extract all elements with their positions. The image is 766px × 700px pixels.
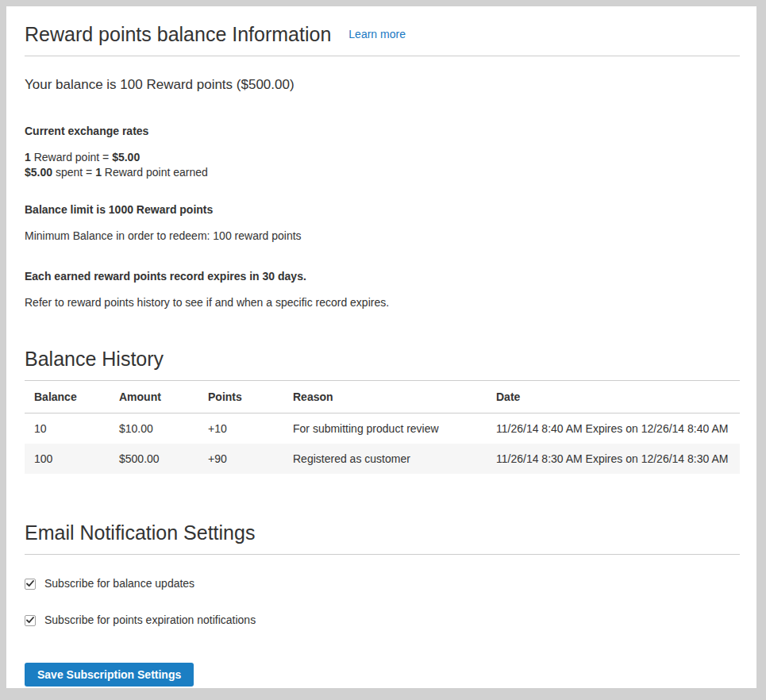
subscription-option-row: Subscribe for points expiration notifica… <box>25 613 740 628</box>
header-divider <box>25 56 740 56</box>
table-cell: Registered as customer <box>283 444 487 474</box>
exchange-rates-heading: Current exchange rates <box>25 124 740 139</box>
table-cell: +10 <box>198 413 283 444</box>
table-header: BalanceAmountPointsReasonDate <box>25 381 740 413</box>
subscription-checkbox[interactable] <box>25 579 36 590</box>
email-settings-divider <box>25 554 740 555</box>
table-cell: 11/26/14 8:30 AM Expires on 12/26/14 8:3… <box>487 444 740 474</box>
table-cell: 11/26/14 8:40 AM Expires on 12/26/14 8:4… <box>487 413 740 444</box>
balance-summary: Your balance is 100 Reward points ($500.… <box>25 76 740 94</box>
subscription-option-label[interactable]: Subscribe for balance updates <box>44 576 194 591</box>
exchange-rate-segment: 1 <box>25 151 31 163</box>
exchange-rate-line: $5.00 spent = 1 Reward point earned <box>25 165 740 180</box>
table-cell: $10.00 <box>110 413 198 444</box>
column-header: Amount <box>110 381 198 413</box>
exchange-rate-segment: $5.00 <box>112 151 140 163</box>
subscription-option-label[interactable]: Subscribe for points expiration notifica… <box>44 613 256 628</box>
expiration-note: Refer to reward points history to see if… <box>25 295 740 310</box>
table-cell: 10 <box>25 413 110 444</box>
column-header: Date <box>487 381 740 413</box>
reward-points-panel: Reward points balance Information Learn … <box>6 6 756 688</box>
table-row: 100$500.00+90Registered as customer11/26… <box>25 444 740 474</box>
exchange-rate-segment: spent = <box>52 166 95 179</box>
subscription-options: Subscribe for balance updatesSubscribe f… <box>25 576 740 628</box>
minimum-balance-text: Minimum Balance in order to redeem: 100 … <box>25 229 740 244</box>
exchange-rate-lines: 1 Reward point = $5.00$5.00 spent = 1 Re… <box>25 150 740 180</box>
exchange-rate-segment: $5.00 <box>25 166 52 179</box>
exchange-rate-line: 1 Reward point = $5.00 <box>25 150 740 165</box>
checkmark-icon <box>26 617 34 624</box>
learn-more-link[interactable]: Learn more <box>348 28 406 40</box>
subscription-option-row: Subscribe for balance updates <box>25 576 740 591</box>
table-cell: +90 <box>198 444 283 474</box>
exchange-rate-segment: 1 <box>95 166 102 179</box>
checkmark-icon <box>26 580 34 587</box>
exchange-rate-segment: Reward point earned <box>102 166 208 179</box>
column-header: Balance <box>25 381 110 413</box>
subscription-checkbox[interactable] <box>25 615 36 626</box>
save-subscription-settings-button[interactable]: Save Subscription Settings <box>25 663 194 687</box>
expiration-heading: Each earned reward points record expires… <box>25 269 740 284</box>
column-header: Reason <box>283 381 487 413</box>
table-cell: $500.00 <box>110 444 198 474</box>
page-title: Reward points balance Information <box>25 21 331 48</box>
screenshot-frame: Reward points balance Information Learn … <box>0 0 766 700</box>
balance-limit-text: Balance limit is 1000 Reward points <box>25 202 740 217</box>
exchange-rate-segment: Reward point = <box>31 151 112 163</box>
table-row: 10$10.00+10For submitting product review… <box>25 413 740 444</box>
email-settings-title: Email Notification Settings <box>25 519 740 546</box>
balance-history-table: BalanceAmountPointsReasonDate 10$10.00+1… <box>25 380 740 474</box>
balance-history-title: Balance History <box>25 345 740 372</box>
column-header: Points <box>198 381 283 413</box>
page-header: Reward points balance Information Learn … <box>25 21 740 48</box>
table-cell: 100 <box>25 444 110 474</box>
table-cell: For submitting product review <box>283 413 487 444</box>
